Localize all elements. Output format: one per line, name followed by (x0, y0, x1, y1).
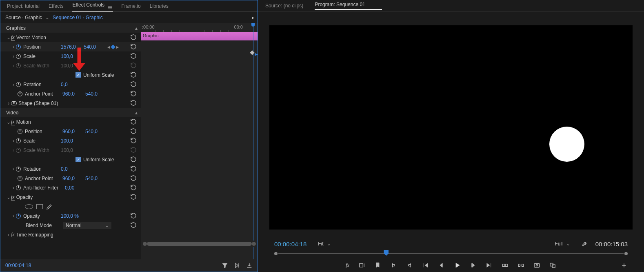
zoom-select[interactable]: Fit ⌄ (314, 240, 335, 247)
out-point-handle[interactable] (624, 252, 628, 255)
param-vm-scale[interactable]: › Scale 100,0 (0, 51, 141, 61)
tab-effects[interactable]: Effects (48, 1, 64, 11)
program-scrub-bar[interactable] (274, 249, 628, 258)
twirl-right-icon[interactable]: › (11, 185, 16, 191)
rotation-value[interactable]: 0,0 (61, 82, 80, 87)
collapse-up-icon[interactable]: ▴ (135, 110, 138, 116)
stopwatch-icon[interactable] (18, 91, 22, 96)
stopwatch-active-icon[interactable] (16, 45, 21, 49)
program-timecode[interactable]: 00:00:04:18 (274, 241, 306, 247)
effect-timeline[interactable]: :00:00 00:0 Graphic ▶ (141, 23, 258, 259)
tab-effect-controls[interactable]: Effect Controls (72, 0, 113, 12)
anchor-x-value[interactable]: 960,0 (62, 176, 81, 181)
reset-icon[interactable] (130, 175, 137, 183)
panel-menu-icon[interactable] (108, 6, 112, 9)
opacity-value[interactable]: 100,0 % (61, 213, 80, 219)
param-m-antiflicker[interactable]: › Anti-flicker Filter 0,00 (0, 183, 141, 192)
stopwatch-icon[interactable] (16, 54, 21, 59)
param-m-uniform-scale[interactable]: ✓ Uniform Scale (0, 155, 141, 164)
tab-source-monitor[interactable]: Source: (no clips) (265, 3, 303, 9)
param-opacity[interactable]: › Opacity 100,0 % (0, 211, 141, 221)
resolution-select[interactable]: Full ⌄ (551, 240, 574, 247)
checkbox-checked-icon[interactable]: ✓ (76, 72, 81, 78)
param-vm-position[interactable]: › Position 1576,0 540,0 ◂ ▸ (0, 42, 141, 51)
scrub-playhead[interactable] (384, 250, 389, 256)
twirl-right-icon[interactable]: › (11, 138, 16, 144)
reset-icon[interactable] (130, 100, 137, 107)
twirl-right-icon[interactable]: › (11, 82, 16, 87)
go-to-out-icon[interactable] (486, 262, 493, 269)
zoom-handle-right[interactable] (252, 242, 256, 246)
scale-value[interactable]: 100,0 (61, 54, 80, 59)
timeline-scrollbar[interactable] (141, 241, 258, 247)
stopwatch-active-icon[interactable] (16, 214, 21, 218)
fx-badge-icon[interactable]: fx (11, 232, 15, 238)
keyframe-navigator[interactable]: ◂ ▸ (107, 44, 119, 50)
stopwatch-icon[interactable] (16, 185, 21, 190)
go-to-in-icon[interactable] (422, 262, 429, 269)
position-y-value[interactable]: 540,0 (85, 129, 104, 134)
reset-icon[interactable] (130, 184, 137, 192)
param-m-position[interactable]: Position 960,0 540,0 (0, 127, 141, 136)
fx-badge-icon[interactable]: fx (11, 119, 15, 125)
param-blend-mode[interactable]: Blend Mode Normal ⌄ (0, 221, 141, 230)
insert-icon[interactable] (358, 262, 365, 269)
program-monitor[interactable] (269, 25, 633, 230)
reset-icon[interactable] (130, 222, 137, 230)
marker-icon[interactable] (374, 262, 381, 269)
twirl-right-icon[interactable]: › (11, 166, 16, 172)
ellipse-mask-icon[interactable] (25, 204, 33, 209)
group-graphics[interactable]: Graphics ▴ (0, 23, 141, 33)
fx-badge-icon[interactable]: fx (11, 34, 15, 41)
anchor-y-value[interactable]: 540,0 (85, 176, 104, 181)
collapse-up-icon[interactable]: ▴ (135, 25, 138, 31)
current-timecode[interactable]: 00:00:04:18 (5, 263, 31, 268)
stopwatch-icon[interactable] (16, 138, 21, 143)
scrollbar-thumb[interactable] (147, 242, 252, 246)
reset-icon[interactable] (130, 53, 137, 60)
param-m-rotation[interactable]: › Rotation 0,0 (0, 164, 141, 174)
reset-icon[interactable] (130, 90, 137, 98)
stopwatch-icon[interactable] (16, 82, 21, 87)
step-back-icon[interactable] (438, 262, 445, 269)
timeline-ruler[interactable]: :00:00 00:0 (141, 23, 258, 32)
fx-badge-icon[interactable]: fx (346, 262, 349, 268)
reset-icon[interactable] (130, 118, 137, 126)
twirl-right-icon[interactable]: › (11, 54, 16, 59)
group-video[interactable]: Video ▴ (0, 108, 141, 117)
reset-icon[interactable] (130, 212, 137, 220)
scale-value[interactable]: 100,0 (61, 138, 80, 144)
button-editor-icon[interactable]: ＋ (620, 260, 628, 270)
rectangle-mask-icon[interactable] (36, 204, 43, 209)
chevron-down-icon[interactable]: ⌄ (45, 15, 49, 20)
position-x-value[interactable]: 960,0 (62, 129, 81, 134)
position-y-value[interactable]: 540,0 (84, 44, 102, 50)
twirl-right-icon[interactable]: › (6, 232, 11, 238)
twirl-down-icon[interactable]: ⌄ (6, 119, 11, 125)
param-m-anchor[interactable]: Anchor Point 960,0 540,0 (0, 174, 141, 183)
twirl-down-icon[interactable]: ⌄ (6, 194, 11, 200)
stopwatch-icon[interactable] (18, 129, 22, 134)
antiflicker-value[interactable]: 0,00 (65, 185, 84, 191)
reset-icon[interactable] (130, 194, 137, 201)
keyframe-marker-icon[interactable] (250, 50, 255, 55)
param-vm-uniform-scale[interactable]: ✓ Uniform Scale (0, 70, 141, 80)
stopwatch-icon[interactable] (16, 167, 21, 172)
visibility-icon[interactable] (11, 101, 17, 105)
anchor-y-value[interactable]: 540,0 (85, 91, 104, 97)
in-point-icon[interactable] (390, 262, 397, 269)
effect-time-remapping[interactable]: › fx Time Remapping (0, 230, 141, 239)
reset-icon[interactable] (130, 34, 137, 42)
loop-play-icon[interactable] (234, 262, 240, 269)
reset-icon[interactable] (130, 43, 137, 51)
twirl-right-icon[interactable]: › (6, 100, 11, 106)
twirl-right-icon[interactable]: › (11, 44, 16, 50)
sequence-link[interactable]: Sequence 01 · Graphic (53, 15, 103, 20)
position-x-value[interactable]: 1576,0 (61, 44, 80, 50)
play-icon[interactable] (454, 262, 461, 269)
playhead[interactable]: ▶ (253, 23, 253, 259)
export-icon[interactable] (246, 262, 253, 269)
blend-mode-select[interactable]: Normal ⌄ (63, 222, 111, 229)
export-frame-icon[interactable] (533, 262, 540, 269)
effect-vector-motion[interactable]: ⌄ fx Vector Motion (0, 33, 141, 42)
